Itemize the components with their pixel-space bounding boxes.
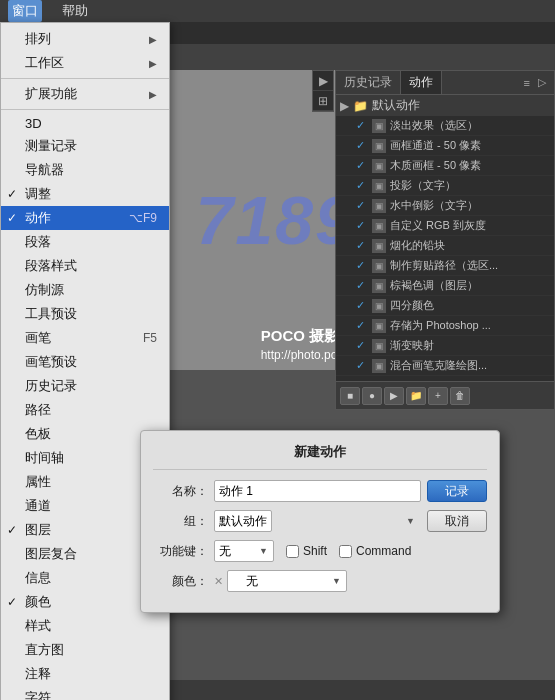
- menu-item-仿制源[interactable]: 仿制源: [1, 278, 169, 302]
- action-item[interactable]: ✓▣混合画笔克隆绘图...: [336, 356, 554, 376]
- dialog-color-select[interactable]: 无: [227, 570, 347, 592]
- menu-item-动作[interactable]: ✓动作⌥F9: [1, 206, 169, 230]
- panel-stop-btn[interactable]: ■: [340, 387, 360, 405]
- action-check-icon: ✓: [356, 319, 368, 332]
- dialog-title: 新建动作: [153, 443, 487, 470]
- action-item[interactable]: ✓▣画框通道 - 50 像素: [336, 136, 554, 156]
- menu-item-画笔预设[interactable]: 画笔预设: [1, 350, 169, 374]
- menu-item-导航器[interactable]: 导航器: [1, 158, 169, 182]
- dialog-name-label: 名称：: [153, 483, 208, 500]
- dialog-cancel-button[interactable]: 取消: [427, 510, 487, 532]
- action-label: 自定义 RGB 到灰度: [390, 218, 550, 233]
- action-label: 混合画笔克隆绘图...: [390, 358, 550, 373]
- menu-item-画笔[interactable]: 画笔F5: [1, 326, 169, 350]
- menu-check-icon: ✓: [7, 523, 17, 537]
- dialog-shift-checkbox[interactable]: [286, 545, 299, 558]
- menu-item-扩展功能[interactable]: 扩展功能▶: [1, 82, 169, 106]
- panel-record-btn[interactable]: ●: [362, 387, 382, 405]
- action-check-icon: ✓: [356, 299, 368, 312]
- action-item[interactable]: ✓▣棕褐色调（图层）: [336, 276, 554, 296]
- panel-icons: ≡ ▷: [520, 74, 554, 91]
- menu-item-label: 时间轴: [25, 449, 64, 467]
- new-action-dialog: 新建动作 名称： 记录 组： 默认动作 取消 功能键： 无 Shift Comm…: [140, 430, 500, 613]
- menu-item-label: 段落: [25, 233, 51, 251]
- action-item[interactable]: ✓▣制作剪贴路径（选区...: [336, 256, 554, 276]
- menu-item-样式[interactable]: 样式: [1, 614, 169, 638]
- panel-expand-icon[interactable]: ▷: [534, 74, 550, 91]
- menu-item-label: 导航器: [25, 161, 64, 179]
- menu-shortcut: F5: [143, 331, 157, 345]
- menu-bar-window[interactable]: 窗口: [8, 0, 42, 22]
- menu-item-排列[interactable]: 排列▶: [1, 27, 169, 51]
- menu-item-label: 排列: [25, 30, 51, 48]
- menu-item-label: 调整: [25, 185, 51, 203]
- panel-new-btn[interactable]: +: [428, 387, 448, 405]
- dialog-record-button[interactable]: 记录: [427, 480, 487, 502]
- action-item[interactable]: ✓▣四分颜色: [336, 296, 554, 316]
- action-type-icon: ▣: [372, 279, 386, 293]
- menu-item-label: 样式: [25, 617, 51, 635]
- panel-delete-btn[interactable]: 🗑: [450, 387, 470, 405]
- menu-item-测量记录[interactable]: 测量记录: [1, 134, 169, 158]
- action-type-icon: ▣: [372, 199, 386, 213]
- action-type-icon: ▣: [372, 319, 386, 333]
- menu-item-历史记录[interactable]: 历史记录: [1, 374, 169, 398]
- menu-check-icon: ✓: [7, 187, 17, 201]
- panel-menu-icon[interactable]: ≡: [520, 75, 534, 91]
- menu-item-段落[interactable]: 段落: [1, 230, 169, 254]
- dialog-command-checkbox[interactable]: [339, 545, 352, 558]
- action-item[interactable]: ✓▣自定义 RGB 到灰度: [336, 216, 554, 236]
- action-label: 淡出效果（选区）: [390, 118, 550, 133]
- action-label: 木质画框 - 50 像素: [390, 158, 550, 173]
- tab-history[interactable]: 历史记录: [336, 71, 401, 94]
- dialog-group-label: 组：: [153, 513, 208, 530]
- side-toolbar: ▶ ⊞: [312, 70, 334, 112]
- panel-folder-btn[interactable]: 📁: [406, 387, 426, 405]
- side-btn-1[interactable]: ▶: [313, 71, 333, 91]
- menu-item-路径[interactable]: 路径: [1, 398, 169, 422]
- menu-item-工作区[interactable]: 工作区▶: [1, 51, 169, 75]
- menu-item-工具预设[interactable]: 工具预设: [1, 302, 169, 326]
- action-check-icon: ✓: [356, 259, 368, 272]
- action-label: 画框通道 - 50 像素: [390, 138, 550, 153]
- menu-item-直方图[interactable]: 直方图: [1, 638, 169, 662]
- menu-item-label: 动作: [25, 209, 51, 227]
- side-btn-2[interactable]: ⊞: [313, 91, 333, 111]
- action-item[interactable]: ✓▣水中倒影（文字）: [336, 196, 554, 216]
- action-type-icon: ▣: [372, 119, 386, 133]
- dialog-group-row: 组： 默认动作 取消: [153, 510, 487, 532]
- menu-bar-help[interactable]: 帮助: [58, 0, 92, 22]
- action-type-icon: ▣: [372, 159, 386, 173]
- action-item[interactable]: ✓▣烟化的铅块: [336, 236, 554, 256]
- action-item[interactable]: ✓▣木质画框 - 50 像素: [336, 156, 554, 176]
- action-item[interactable]: ✓▣投影（文字）: [336, 176, 554, 196]
- action-check-icon: ✓: [356, 139, 368, 152]
- menu-check-icon: ✓: [7, 211, 17, 225]
- menu-item-3D[interactable]: 3D: [1, 113, 169, 134]
- action-check-icon: ✓: [356, 179, 368, 192]
- dialog-hotkey-select[interactable]: 无: [214, 540, 274, 562]
- action-type-icon: ▣: [372, 219, 386, 233]
- menu-arrow-icon: ▶: [149, 89, 157, 100]
- action-group-header[interactable]: ▶ 📁 默认动作: [336, 95, 554, 116]
- action-label: 四分颜色: [390, 298, 550, 313]
- menu-item-label: 段落样式: [25, 257, 77, 275]
- dialog-command-label: Command: [356, 544, 411, 558]
- action-item[interactable]: ✓▣存储为 Photoshop ...: [336, 316, 554, 336]
- dialog-name-input[interactable]: [214, 480, 421, 502]
- action-item[interactable]: ✓▣渐变映射: [336, 336, 554, 356]
- panel-tab-bar: 历史记录 动作 ≡ ▷: [336, 71, 554, 95]
- menu-item-段落样式[interactable]: 段落样式: [1, 254, 169, 278]
- action-type-icon: ▣: [372, 179, 386, 193]
- menu-item-注释[interactable]: 注释: [1, 662, 169, 686]
- tab-actions[interactable]: 动作: [401, 71, 442, 94]
- menu-item-调整[interactable]: ✓调整: [1, 182, 169, 206]
- panel-play-btn[interactable]: ▶: [384, 387, 404, 405]
- action-item[interactable]: ✓▣淡出效果（选区）: [336, 116, 554, 136]
- menu-item-label: 色板: [25, 425, 51, 443]
- action-type-icon: ▣: [372, 259, 386, 273]
- menu-arrow-icon: ▶: [149, 34, 157, 45]
- dialog-group-select[interactable]: 默认动作: [214, 510, 272, 532]
- menu-item-label: 3D: [25, 116, 42, 131]
- menu-item-字符[interactable]: 字符: [1, 686, 169, 700]
